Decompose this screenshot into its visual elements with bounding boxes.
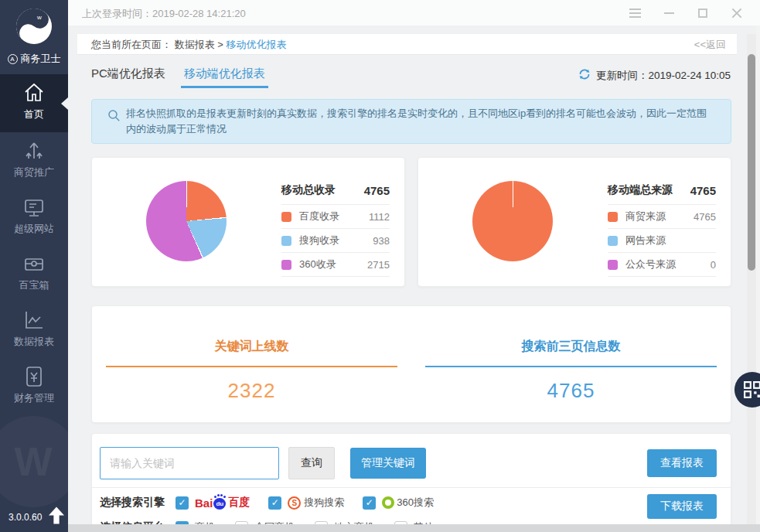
web-source-swatch <box>608 236 618 246</box>
tab-mobile-report[interactable]: 移动端优化报表 <box>184 66 265 88</box>
legend-total: 4765 <box>690 184 716 197</box>
search-engine-row: 选择搜索引擎 Bai du 百度 S 搜狗搜索 360搜索 <box>100 496 452 510</box>
breadcrumb: 您当前所在页面： 数据报表 > 移动优化报表 <box>91 38 286 52</box>
divider <box>92 487 731 488</box>
notice-banner: 排名快照抓取的是报表更新时刻的真实数据，搜索引擎的排名是实时变化的，且不同地区i… <box>91 99 731 144</box>
mobile-index-legend: 移动总收录 4765 百度收录 1112 搜狗收录 938 360收录 2715 <box>281 176 390 277</box>
maximize-button[interactable] <box>686 0 720 26</box>
title-bar: 上次登录时间：2019-02-28 14:21:20 <box>68 0 760 26</box>
qr-code-icon <box>744 381 760 398</box>
window-right-edge <box>756 26 760 532</box>
baidu-logo-text: Bai <box>195 496 213 510</box>
keyword-input[interactable] <box>100 447 279 479</box>
legend-row: 360收录 2715 <box>281 252 390 276</box>
legend-row: 百度收录 1112 <box>281 204 390 228</box>
home-icon <box>22 80 46 105</box>
sidebar-item-finance[interactable]: 财务管理 <box>0 358 68 414</box>
sidebar-item-home[interactable]: 首页 <box>0 74 68 132</box>
download-report-button[interactable]: 下载报表 <box>647 494 717 519</box>
last-login-time: 上次登录时间：2019-02-28 14:21:20 <box>82 7 246 21</box>
query-button[interactable]: 查询 <box>288 447 335 479</box>
mobile-index-card: 移动总收录 4765 百度收录 1112 搜狗收录 938 360收录 2715 <box>91 157 405 287</box>
breadcrumb-current: 移动优化报表 <box>226 39 286 50</box>
sidebar: W w A 商务卫士 首页 商贸推广 <box>0 0 68 532</box>
svg-text:w: w <box>36 14 42 21</box>
sogou-swatch <box>281 236 291 246</box>
legend-row: 网告来源 <box>608 228 716 252</box>
wechat-source-swatch <box>608 260 618 270</box>
engine-sogou: S 搜狗搜索 <box>268 496 344 510</box>
view-report-button[interactable]: 查看报表 <box>647 449 717 477</box>
minimize-button[interactable] <box>652 0 686 26</box>
sidebar-item-website[interactable]: 超级网站 <box>0 189 68 245</box>
sogou-logo-icon: S <box>288 496 301 510</box>
sidebar-item-promotion[interactable]: 商贸推广 <box>0 132 68 189</box>
window-bottom-edge <box>68 524 760 532</box>
stat-value: 2322 <box>92 379 411 403</box>
app-window: 上次登录时间：2019-02-28 14:21:20 您当前所在页面： 数据报表… <box>0 0 760 532</box>
update-time: 更新时间：2019-02-24 10:05 <box>596 69 731 83</box>
hamburger-menu-icon <box>629 12 641 14</box>
mobile-source-legend: 移动端总来源 4765 商贸来源 4765 网告来源 公众号来源 0 <box>608 176 716 277</box>
app-name: A 商务卫士 <box>0 52 68 66</box>
legend-total: 4765 <box>364 184 390 197</box>
mobile-source-pie-chart <box>472 181 553 261</box>
stat-value: 4765 <box>411 379 731 403</box>
search-icon <box>107 109 121 125</box>
update-arrow-icon[interactable] <box>49 506 64 527</box>
maximize-icon <box>698 9 707 18</box>
legend-row: 公众号来源 0 <box>608 252 716 276</box>
promotion-icon <box>22 138 46 163</box>
so360-label: 360搜索 <box>397 496 434 510</box>
legend-title: 移动端总来源 <box>608 183 673 197</box>
watermark-logo: W <box>0 416 68 507</box>
breadcrumb-prefix: 您当前所在页面： <box>91 39 172 50</box>
close-button[interactable] <box>720 0 754 26</box>
scrollbar-thumb[interactable] <box>748 54 755 271</box>
report-icon <box>22 308 46 332</box>
mobile-source-card: 移动端总来源 4765 商贸来源 4765 网告来源 公众号来源 0 <box>417 157 731 287</box>
stat-label: 搜索前三页信息数 <box>411 339 731 355</box>
legend-row: 搜狗收录 938 <box>281 228 390 252</box>
stat-label: 关键词上线数 <box>92 339 411 355</box>
version-row: 3.0.0.60 <box>0 506 68 527</box>
legend-row: 商贸来源 4765 <box>608 204 716 228</box>
app-logo: w A 商务卫士 <box>0 0 68 74</box>
shield-badge-icon: A <box>8 54 18 64</box>
stat-underline <box>425 366 717 367</box>
scrollbar-track[interactable] <box>747 34 756 524</box>
sidebar-item-toolbox[interactable]: 百宝箱 <box>0 245 68 302</box>
breadcrumb-parent[interactable]: 数据报表 <box>175 39 215 50</box>
breadcrumb-bar: 您当前所在页面： 数据报表 > 移动优化报表 <<返回 <box>77 34 737 55</box>
back-link[interactable]: <<返回 <box>694 38 726 52</box>
trade-source-swatch <box>608 212 618 222</box>
breadcrumb-separator: > <box>217 39 223 50</box>
so360-checkbox[interactable] <box>363 496 376 510</box>
window-controls <box>618 0 754 26</box>
finance-icon <box>22 364 46 389</box>
close-icon <box>731 8 742 19</box>
baidu-swatch <box>281 212 291 222</box>
tab-pc-report[interactable]: PC端优化报表 <box>91 66 165 88</box>
sogou-label: 搜狗搜索 <box>304 496 344 510</box>
update-time-row: 更新时间：2019-02-24 10:05 <box>578 68 731 84</box>
refresh-icon[interactable] <box>578 68 591 84</box>
active-notch <box>61 97 68 110</box>
website-icon <box>22 195 46 220</box>
minimize-icon <box>664 12 674 14</box>
engine-360: 360搜索 <box>363 496 434 510</box>
keywords-online-stat: 关键词上线数 2322 <box>92 306 411 422</box>
manage-keywords-button[interactable]: 管理关键词 <box>350 448 426 479</box>
so360-swatch <box>281 260 291 270</box>
baidu-paw-icon: du <box>213 496 227 510</box>
top3-pages-stat: 搜索前三页信息数 4765 <box>411 306 731 422</box>
menu-button[interactable] <box>618 0 652 26</box>
baidu-checkbox[interactable] <box>176 496 189 510</box>
so360-logo-icon <box>382 496 394 509</box>
mobile-index-pie-chart <box>146 181 227 261</box>
version-number: 3.0.0.60 <box>9 512 42 523</box>
sogou-checkbox[interactable] <box>268 496 281 510</box>
sidebar-item-data-report[interactable]: 数据报表 <box>0 302 68 358</box>
logo-icon: w <box>15 7 53 46</box>
report-tabs: PC端优化报表 移动端优化报表 <box>91 66 265 88</box>
